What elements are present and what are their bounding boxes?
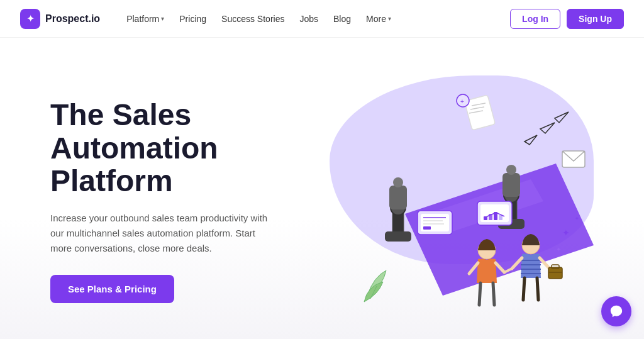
logo-text: Prospect.io [45,13,100,25]
svg-marker-31 [540,123,555,133]
nav-actions: Log In Sign Up [510,9,624,29]
svg-rect-23 [499,215,502,220]
chat-bubble-button[interactable] [601,296,631,326]
svg-point-6 [393,177,403,187]
hero-title: The Sales Automation Platform [50,99,314,198]
svg-text:✦: ✦ [575,216,579,221]
hero-section: The Sales Automation Platform Increase y… [0,38,644,339]
navbar: ✦ Prospect.io Platform ▾ Pricing Success… [0,0,644,38]
svg-text:✦: ✦ [562,228,570,238]
signup-button[interactable]: Sign Up [567,9,624,29]
nav-success-stories[interactable]: Success Stories [215,10,291,28]
hero-subtitle: Increase your outbound sales team produc… [50,211,277,256]
nav-more[interactable]: More ▾ [360,10,397,28]
svg-marker-30 [525,135,537,145]
illustration-svg: + [292,38,644,339]
svg-rect-17 [423,226,431,230]
nav-platform[interactable]: Platform ▾ [120,10,170,28]
svg-rect-5 [389,186,407,209]
svg-text:✦: ✦ [556,246,561,253]
svg-marker-32 [555,112,569,123]
cta-button[interactable]: See Plans & Pricing [50,275,174,303]
svg-point-11 [506,165,516,175]
chat-icon [609,304,623,318]
nav-links: Platform ▾ Pricing Success Stories Jobs … [120,10,510,28]
svg-rect-10 [502,173,520,197]
more-chevron-icon: ▾ [388,15,391,22]
logo-icon: ✦ [20,9,40,29]
login-button[interactable]: Log In [510,9,560,29]
platform-chevron-icon: ▾ [161,15,164,22]
svg-line-37 [479,283,480,305]
svg-line-49 [523,278,525,300]
logo[interactable]: ✦ Prospect.io [20,9,100,29]
svg-rect-3 [385,231,411,242]
svg-text:+: + [460,98,464,105]
hero-content: The Sales Automation Platform Increase y… [50,99,314,303]
svg-line-50 [537,278,538,300]
hero-illustration: + [292,38,644,339]
svg-line-38 [493,283,494,305]
nav-pricing[interactable]: Pricing [173,10,213,28]
nav-jobs[interactable]: Jobs [293,10,325,28]
nav-blog[interactable]: Blog [327,10,357,28]
